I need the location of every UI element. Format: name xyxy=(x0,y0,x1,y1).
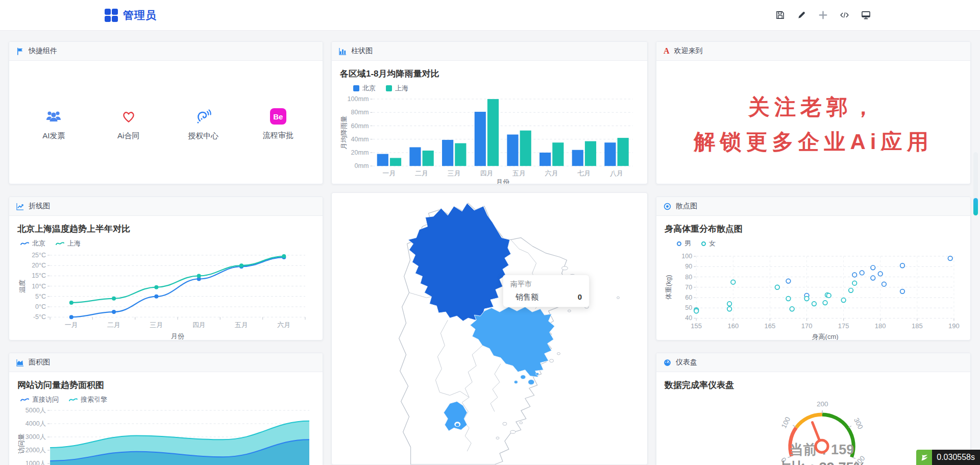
scatter-chart-canvas[interactable]: 405060708090100155160165170175180185190身… xyxy=(664,250,963,340)
card-quick-components: 快捷组件 AI发票 Ai合同 xyxy=(9,41,323,184)
svg-text:温度: 温度 xyxy=(18,280,26,293)
svg-text:20°C: 20°C xyxy=(32,262,46,269)
card-area-chart: 面积图 网站访问量趋势面积图 直接访问搜索引擎 0人1000人2000人3000… xyxy=(9,353,323,465)
svg-text:160: 160 xyxy=(727,322,739,330)
legend-item[interactable]: 北京 xyxy=(353,84,376,93)
svg-text:70: 70 xyxy=(685,284,692,291)
welcome-line-1: 关注老郭， xyxy=(748,93,878,121)
quick-item-flow-approval[interactable]: Be 流程审批 xyxy=(242,108,314,140)
code-icon[interactable] xyxy=(840,10,849,20)
bar-chart-body: 各区域1-8月均降雨量对比 北京上海 0mm20mm40mm60mm80mm10… xyxy=(332,61,647,184)
card-header-line[interactable]: 折线图 xyxy=(9,197,323,216)
card-header-bar[interactable]: 柱状图 xyxy=(332,42,647,61)
legend-item[interactable]: 直接访问 xyxy=(20,395,59,404)
page-scrollbar-thumb[interactable] xyxy=(973,198,978,215)
line-chart-icon xyxy=(16,203,24,210)
legend-item[interactable]: 男 xyxy=(677,239,691,248)
map-tooltip-value: 0 xyxy=(578,292,582,302)
chart-title: 北京上海温度趋势上半年对比 xyxy=(17,223,315,235)
users-icon xyxy=(45,108,62,125)
svg-text:100mm: 100mm xyxy=(348,95,369,103)
svg-text:五月: 五月 xyxy=(512,169,526,177)
add-plus-icon[interactable] xyxy=(818,10,828,20)
quick-item-ai-invoice[interactable]: AI发票 xyxy=(18,108,89,141)
card-header-gauge[interactable]: 仪表盘 xyxy=(656,353,970,372)
svg-text:1000人: 1000人 xyxy=(26,460,46,465)
svg-text:25°C: 25°C xyxy=(32,252,46,259)
edit-pencil-icon[interactable] xyxy=(797,10,806,20)
svg-text:访问量: 访问量 xyxy=(17,434,25,454)
quick-item-ai-contract[interactable]: Ai合同 xyxy=(93,108,164,141)
card-header-label: 折线图 xyxy=(29,202,50,211)
quick-item-label: 授权中心 xyxy=(188,131,218,141)
svg-text:0mm: 0mm xyxy=(355,162,369,169)
svg-text:200: 200 xyxy=(817,400,828,408)
svg-text:5000人: 5000人 xyxy=(26,407,46,414)
line-legend: 北京上海 xyxy=(20,239,315,248)
svg-text:3000人: 3000人 xyxy=(26,433,46,440)
card-header-label: 快捷组件 xyxy=(29,46,57,56)
heart-icon xyxy=(120,108,137,125)
svg-text:5°C: 5°C xyxy=(35,293,46,300)
behance-icon: Be xyxy=(270,108,286,125)
card-header-label: 欢迎来到 xyxy=(674,46,703,56)
svg-text:20mm: 20mm xyxy=(351,149,369,156)
dashboard-grid: 快捷组件 AI发票 Ai合同 xyxy=(0,31,980,465)
svg-text:七月: 七月 xyxy=(577,169,591,177)
svg-text:100: 100 xyxy=(681,253,692,260)
map-tooltip-region: 南平市 xyxy=(510,280,582,289)
svg-text:2000人: 2000人 xyxy=(26,447,46,454)
card-header-label: 仪表盘 xyxy=(676,358,697,367)
gauge-icon xyxy=(664,359,671,366)
map-body: 南平市 销售额 0 xyxy=(332,193,647,464)
card-header-area[interactable]: 面积图 xyxy=(9,353,323,372)
card-header-welcome[interactable]: A 欢迎来到 xyxy=(656,42,970,61)
svg-text:175: 175 xyxy=(838,322,849,330)
svg-text:八月: 八月 xyxy=(610,169,623,177)
svg-text:300: 300 xyxy=(852,417,864,430)
svg-text:40: 40 xyxy=(685,314,692,322)
svg-text:155: 155 xyxy=(691,322,702,330)
bar-chart-icon xyxy=(339,47,347,55)
page-scrollbar-track[interactable] xyxy=(973,152,978,216)
svg-text:月份: 月份 xyxy=(496,178,509,184)
svg-text:165: 165 xyxy=(765,322,776,330)
card-header-label: 散点图 xyxy=(676,202,697,211)
area-chart-body: 网站访问量趋势面积图 直接访问搜索引擎 0人1000人2000人3000人400… xyxy=(9,372,323,465)
svg-text:15°C: 15°C xyxy=(32,272,46,279)
legend-item[interactable]: 北京 xyxy=(20,239,45,248)
svg-text:60: 60 xyxy=(685,294,692,301)
card-bar-chart: 柱状图 各区域1-8月均降雨量对比 北京上海 0mm20mm40mm60mm80… xyxy=(331,41,648,184)
svg-text:占比：39.75%: 占比：39.75% xyxy=(778,459,866,465)
save-icon[interactable] xyxy=(775,10,785,20)
quick-item-label: AI发票 xyxy=(42,131,65,141)
quick-item-label: Ai合同 xyxy=(117,131,139,141)
svg-text:190: 190 xyxy=(948,322,960,330)
legend-item[interactable]: 女 xyxy=(701,239,716,248)
svg-text:四月: 四月 xyxy=(192,321,206,329)
render-time: 0.030558s xyxy=(932,450,980,465)
quick-item-auth-center[interactable]: 授权中心 xyxy=(167,108,239,141)
card-line-chart: 折线图 北京上海温度趋势上半年对比 北京上海 -5°C0°C5°C10°C15°… xyxy=(9,197,323,340)
legend-item[interactable]: 上海 xyxy=(56,239,81,248)
svg-text:0°C: 0°C xyxy=(35,303,46,310)
welcome-line-2: 解锁更多企业Ai应用 xyxy=(694,128,933,156)
area-chart-canvas[interactable]: 0人1000人2000人3000人4000人5000人访问量 xyxy=(16,406,315,465)
bar-chart-canvas[interactable]: 0mm20mm40mm60mm80mm100mm一月二月三月四月五月六月七月八月… xyxy=(339,95,640,184)
flag-icon xyxy=(16,47,24,55)
card-header-quick[interactable]: 快捷组件 xyxy=(9,42,323,61)
app-title: 管理员 xyxy=(123,8,157,22)
line-chart-body: 北京上海温度趋势上半年对比 北京上海 -5°C0°C5°C10°C15°C20°… xyxy=(9,216,323,340)
fujian-map[interactable] xyxy=(332,193,647,464)
card-gauge: 仪表盘 数据完成率仪表盘 0100200300400当前：159占比：39.75… xyxy=(656,353,971,465)
card-header-scatter[interactable]: 散点图 xyxy=(656,197,970,216)
svg-text:40mm: 40mm xyxy=(351,136,369,143)
svg-text:80: 80 xyxy=(685,274,692,281)
scatter-chart-body: 身高体重分布散点图 男女 405060708090100155160165170… xyxy=(656,216,970,340)
legend-item[interactable]: 搜索引擎 xyxy=(69,395,107,404)
preview-monitor-icon[interactable] xyxy=(861,10,871,20)
legend-item[interactable]: 上海 xyxy=(386,84,408,93)
svg-text:六月: 六月 xyxy=(545,169,558,177)
perf-badge: 0.030558s xyxy=(916,450,980,465)
line-chart-canvas[interactable]: -5°C0°C5°C10°C15°C20°C25°C一月二月三月四月五月六月月份… xyxy=(16,250,315,340)
